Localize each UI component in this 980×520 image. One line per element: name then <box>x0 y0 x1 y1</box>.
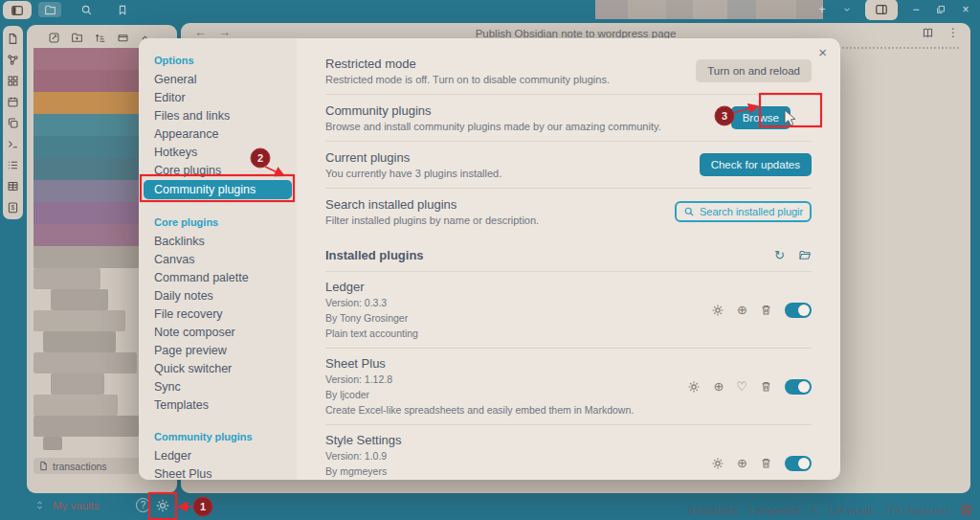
settings-modal: Options General Editor Files and links A… <box>139 38 840 480</box>
sidebar-item-core-plugins[interactable]: Core plugins <box>139 161 297 179</box>
plugin-author: By ljcoder <box>325 389 634 401</box>
obsidian-window: + − × <box>0 0 980 520</box>
sidebar-item-appearance[interactable]: Appearance <box>139 124 297 143</box>
setting-title: Restricted mode <box>325 57 610 71</box>
setting-title: Community plugins <box>325 103 661 118</box>
plugin-donate-icon[interactable]: ⊕ <box>737 304 747 316</box>
search-installed-plugins-input[interactable] <box>700 206 803 217</box>
turn-on-and-reload-button[interactable]: Turn on and reload <box>696 59 812 82</box>
plugin-author: By Tony Grosinger <box>325 312 418 325</box>
plugin-donate-icon[interactable]: ⊕ <box>737 457 747 469</box>
sidebar-item-community-plugins-selected[interactable]: Community plugins <box>144 180 292 199</box>
sidebar-item-backlinks[interactable]: Backlinks <box>139 232 297 250</box>
plugin-desc: Create Excel-like spreadsheets and easil… <box>325 404 634 417</box>
plugin-version: Version: 1.0.9 <box>325 450 638 463</box>
setting-current-plugins: Current plugins You currently have 3 plu… <box>325 141 812 188</box>
plugin-row-ledger: Ledger Version: 0.3.3 By Tony Grosinger … <box>325 272 812 348</box>
plugin-name: Ledger <box>325 280 418 294</box>
sidebar-item-ledger[interactable]: Ledger <box>139 446 297 464</box>
setting-desc: Restricted mode is off. Turn on to disab… <box>325 74 610 85</box>
search-installed-plugins-box <box>675 201 812 222</box>
sidebar-section-options: Options <box>139 51 297 70</box>
setting-title: Current plugins <box>325 150 501 165</box>
search-icon <box>683 206 695 217</box>
sidebar-item-files-and-links[interactable]: Files and links <box>139 106 297 124</box>
plugin-name: Sheet Plus <box>325 356 634 371</box>
browse-button[interactable]: Browse <box>731 106 791 129</box>
open-folder-icon[interactable] <box>798 249 812 261</box>
sidebar-item-sheet-plus[interactable]: Sheet Plus <box>139 464 297 480</box>
plugin-donate-icon[interactable]: ⊕ <box>713 380 724 393</box>
sidebar-item-editor[interactable]: Editor <box>139 88 297 106</box>
sidebar-item-file-recovery[interactable]: File recovery <box>139 305 297 323</box>
sidebar-item-hotkeys[interactable]: Hotkeys <box>139 143 297 161</box>
setting-desc: Filter installed plugins by name or desc… <box>325 215 539 226</box>
setting-title: Search installed plugins <box>325 197 539 212</box>
sidebar-item-general[interactable]: General <box>139 70 297 88</box>
plugin-heart-icon[interactable]: ♡ <box>736 380 747 393</box>
plugin-version: Version: 0.3.3 <box>325 297 418 309</box>
settings-content: × Restricted mode Restricted mode is off… <box>297 38 840 480</box>
close-modal-button[interactable]: × <box>814 40 831 64</box>
plugin-toggle-on[interactable] <box>785 456 812 471</box>
plugin-trash-icon[interactable] <box>760 304 772 316</box>
sidebar-section-core-plugins: Core plugins <box>139 213 297 232</box>
setting-desc: You currently have 3 plugins installed. <box>325 168 501 179</box>
plugin-trash-icon[interactable] <box>760 380 772 393</box>
sidebar-item-daily-notes[interactable]: Daily notes <box>139 286 297 305</box>
setting-desc: Browse and install community plugins mad… <box>325 121 661 132</box>
plugin-settings-gear-icon[interactable] <box>711 304 724 317</box>
plugin-author: By mgmeyers <box>325 465 638 478</box>
plugin-toggle-on[interactable] <box>785 303 812 318</box>
plugin-row-style-settings: Style Settings Version: 1.0.9 By mgmeyer… <box>325 424 812 480</box>
refresh-icon[interactable]: ↻ <box>774 248 785 262</box>
plugin-trash-icon[interactable] <box>760 457 772 469</box>
sidebar-item-quick-switcher[interactable]: Quick switcher <box>139 359 297 377</box>
installed-plugins-header: Installed plugins ↻ <box>325 248 812 272</box>
plugin-version: Version: 1.12.8 <box>325 373 634 386</box>
setting-restricted-mode: Restricted mode Restricted mode is off. … <box>325 48 812 94</box>
plugin-row-sheet-plus: Sheet Plus Version: 1.12.8 By ljcoder Cr… <box>325 348 812 424</box>
sidebar-item-canvas[interactable]: Canvas <box>139 250 297 268</box>
sidebar-item-templates[interactable]: Templates <box>139 396 297 414</box>
sidebar-item-command-palette[interactable]: Command palette <box>139 268 297 286</box>
plugin-desc: Plain text accounting <box>325 328 418 340</box>
sidebar-item-page-preview[interactable]: Page preview <box>139 341 297 359</box>
setting-community-plugins: Community plugins Browse and install com… <box>325 94 812 141</box>
sidebar-section-community-plugins: Community plugins <box>139 427 297 446</box>
plugin-toggle-on[interactable] <box>785 379 812 395</box>
setting-search-plugins: Search installed plugins Filter installe… <box>325 188 812 235</box>
plugin-settings-gear-icon[interactable] <box>711 457 724 470</box>
check-for-updates-button[interactable]: Check for updates <box>700 153 812 176</box>
sidebar-item-sync[interactable]: Sync <box>139 377 297 396</box>
settings-sidebar: Options General Editor Files and links A… <box>139 38 297 480</box>
sidebar-item-note-composer[interactable]: Note composer <box>139 323 297 341</box>
plugin-name: Style Settings <box>325 433 638 447</box>
plugin-settings-gear-icon[interactable] <box>687 380 701 394</box>
installed-plugins-title: Installed plugins <box>325 248 424 262</box>
